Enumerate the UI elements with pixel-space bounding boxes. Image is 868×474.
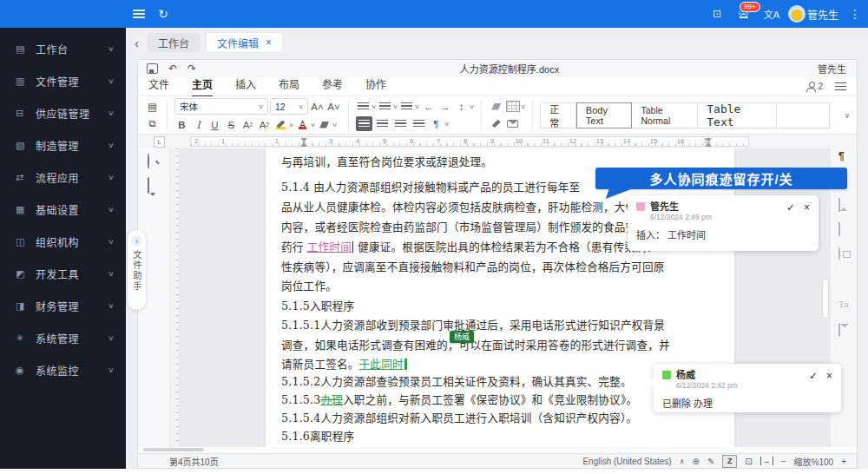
page-layout-icon[interactable] xyxy=(838,223,840,235)
paragraph-mark-icon[interactable]: ¶ xyxy=(429,116,444,131)
comment-card[interactable]: 杨威 6/12/2024 2:42 pm ✓ × 已删除 办理 xyxy=(654,364,841,412)
strikethrough-icon[interactable]: S xyxy=(224,117,239,132)
text-art-icon[interactable]: Ta xyxy=(838,300,849,309)
collaborators-button[interactable]: 2 xyxy=(806,82,823,91)
envelope-icon[interactable] xyxy=(838,324,840,336)
document-line[interactable]: 5.1.5.4人力资源部组织对新入职员工进行入职培训（含知识产权内容）。 xyxy=(281,409,637,425)
comments-panel-icon[interactable] xyxy=(148,178,149,194)
close-icon[interactable]: × xyxy=(266,36,272,49)
increase-font-icon[interactable]: A˄ xyxy=(310,99,325,114)
proofing-icon[interactable]: Z xyxy=(722,455,737,468)
document-line[interactable]: 性疾病等），应调离至不直接接触物料和产品的岗位，再次体检合格后方可回原 xyxy=(281,258,664,274)
eraser-icon[interactable] xyxy=(489,99,503,114)
sidebar-item[interactable]: ▦基础设置∨ xyxy=(0,194,126,226)
comment-card[interactable]: 管先生 6/12/2024 2:49 pm ✓ × 插入： 工作时间 xyxy=(628,195,819,251)
document-line[interactable]: 5.1.4 由人力资源部组织对接触物料或产品的员工进行每年至 xyxy=(281,178,580,194)
style-cell[interactable]: 正常 xyxy=(540,102,576,128)
style-cell[interactable]: Table Text xyxy=(698,102,776,128)
reject-change-icon[interactable]: × xyxy=(804,201,810,214)
document-line[interactable]: 品从业人员健康体检。体检内容必须包括皮肤病检查，肝功能检测，大便化验等 xyxy=(281,198,670,214)
highlight-color-icon[interactable] xyxy=(273,117,288,132)
redo-icon[interactable]: ↷ xyxy=(187,63,196,75)
mail-merge-icon[interactable] xyxy=(505,116,520,131)
document-line[interactable]: 5.1.5入职程序 xyxy=(281,297,354,313)
document-line[interactable]: 5.1.5.1人力资源部收到预录部门审批通过后，采用电话形式进行知识产权背景 xyxy=(281,316,665,332)
fullscreen-view-icon[interactable]: ⊡ xyxy=(745,457,752,466)
superscript-icon[interactable]: A2 xyxy=(240,117,255,132)
font-name-select[interactable]: 宋体∨ xyxy=(174,98,268,115)
menu-协作[interactable]: 协作 xyxy=(365,76,386,95)
multilevel-list-icon[interactable] xyxy=(399,99,414,114)
copy-icon[interactable]: ⧉ xyxy=(145,116,160,131)
menu-文件[interactable]: 文件 xyxy=(148,76,169,95)
shading-icon[interactable] xyxy=(317,117,332,132)
font-color-icon[interactable]: A xyxy=(295,117,310,132)
decrease-font-icon[interactable]: A˅ xyxy=(326,99,341,114)
document-line[interactable]: 岗位工作。 xyxy=(281,277,337,293)
accept-change-icon[interactable]: ✓ xyxy=(786,201,795,214)
sidebar-item[interactable]: ▤工作台∨ xyxy=(0,33,126,65)
accept-change-icon[interactable]: ✓ xyxy=(809,370,818,382)
align-center-icon[interactable] xyxy=(374,116,391,131)
subscript-icon[interactable]: A2 xyxy=(257,117,272,132)
underline-icon[interactable]: U xyxy=(207,117,222,132)
back-chevron-icon[interactable]: ‹ xyxy=(135,36,139,50)
document-line[interactable]: 5.1.6离职程序 xyxy=(281,427,354,444)
save-icon[interactable] xyxy=(147,63,158,74)
refresh-icon[interactable]: ↻ xyxy=(153,0,174,28)
language-caret-icon[interactable]: ∧ xyxy=(680,458,685,465)
menu-主页[interactable]: 主页 xyxy=(192,76,213,97)
menu-参考[interactable]: 参考 xyxy=(322,76,343,95)
document-line[interactable]: 5.1.5.3办理入职之前，与新员工签署《保密协议》和《竞业限制协议》。 xyxy=(281,391,637,407)
document-line[interactable]: 请新员工签名。于此同时 xyxy=(281,355,408,372)
search-icon[interactable] xyxy=(148,154,149,169)
document-line[interactable]: 与再培训，直至符合岗位要求或辞退处理。 xyxy=(281,153,492,169)
insert-image-icon[interactable] xyxy=(838,199,840,211)
collab-trace-banner[interactable]: 多人协同痕迹留存开/关 xyxy=(595,168,847,189)
translate-icon[interactable]: 文A xyxy=(760,0,783,28)
zoom-out-button[interactable]: − xyxy=(781,457,786,466)
document-line[interactable]: 药行 工作时间 健康证。根据医院出具的体检结果若为不合格（患有传染病、 xyxy=(281,238,658,254)
sidebar-item[interactable]: ▧制造管理∨ xyxy=(0,129,126,161)
align-justify-icon[interactable] xyxy=(411,116,427,131)
fit-width-icon[interactable]: ↔ xyxy=(760,457,773,465)
sidebar-item[interactable]: ⇄流程应用∨ xyxy=(0,161,126,194)
file-assistant-tab[interactable]: › 文件助手 xyxy=(128,230,146,310)
sidebar-item[interactable]: ◨财务管理∨ xyxy=(0,290,126,322)
sidebar-item[interactable]: ◉系统监控∨ xyxy=(0,354,126,386)
tab-stop-selector[interactable]: L xyxy=(154,136,165,148)
italic-icon[interactable]: I xyxy=(191,117,206,132)
language-selector[interactable]: English (United States) xyxy=(582,457,671,466)
fullscreen-icon[interactable]: ⊡ xyxy=(707,0,727,28)
decrease-indent-icon[interactable]: ← xyxy=(421,99,436,114)
document-line[interactable]: 5.1.5.2人力资源部查验预录员工相关证件及资料，确认其真实、完整。 xyxy=(281,372,632,389)
bullet-list-icon[interactable] xyxy=(356,99,371,114)
bold-icon[interactable]: B xyxy=(174,117,189,132)
zoom-in-button[interactable]: + xyxy=(841,457,846,466)
sidebar-item[interactable]: ▥文件管理∨ xyxy=(0,65,126,97)
format-painter-icon[interactable] xyxy=(489,116,503,131)
tab-工作台[interactable]: 工作台 xyxy=(148,33,200,52)
sidebar-item[interactable]: ✳系统管理∨ xyxy=(0,322,126,354)
spellcheck-icon[interactable]: ✎︎ xyxy=(707,457,714,466)
document-line[interactable]: 调查，如果电话形式调查有困难的，可以在面试时采用答卷的形式进行调查，并 xyxy=(281,336,670,352)
sidebar-item[interactable]: ◫组织机构∨ xyxy=(0,226,126,258)
shapes-icon[interactable] xyxy=(838,247,840,260)
avatar[interactable] xyxy=(786,0,807,28)
more-options-icon[interactable]: ⋮ xyxy=(847,0,863,28)
tab-文件编辑[interactable]: 文件编辑× xyxy=(207,33,282,52)
sidebar-item[interactable]: ⊟供应链管理∨ xyxy=(0,97,126,129)
ribbon-more-icon[interactable] xyxy=(835,82,846,90)
insert-table-icon[interactable] xyxy=(505,99,520,114)
style-cell[interactable] xyxy=(777,102,831,128)
style-cell[interactable]: Table Normal xyxy=(632,102,698,128)
align-left-icon[interactable] xyxy=(356,116,372,131)
collapse-menu-icon[interactable] xyxy=(128,0,149,28)
menu-布局[interactable]: 布局 xyxy=(279,76,299,95)
line-spacing-icon[interactable]: ↕ xyxy=(454,99,469,114)
sidebar-item[interactable]: ◩开发工具∨ xyxy=(0,258,126,290)
style-cell[interactable]: Body Text xyxy=(576,102,633,128)
font-size-select[interactable]: 12∨ xyxy=(270,98,308,115)
formatting-marks-icon[interactable]: ¶ xyxy=(838,150,845,162)
menu-插入[interactable]: 插入 xyxy=(235,76,256,95)
